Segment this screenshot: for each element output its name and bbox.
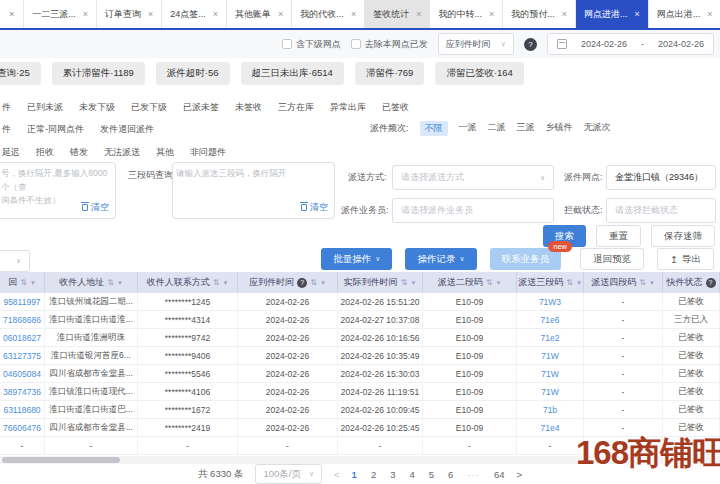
date-range-picker[interactable]: 2024-02-26 - 2024-02-26 — [547, 33, 714, 55]
tab-item-6[interactable]: 我的中转...× — [430, 0, 503, 28]
outlet-input[interactable]: 金堂淮口镇（29346） — [606, 165, 716, 190]
cell-link[interactable]: 95811997 — [0, 293, 45, 310]
filter-option[interactable]: 无法派送 — [104, 146, 140, 159]
tab-item-7[interactable]: 我的预付...× — [503, 0, 576, 28]
help-icon[interactable]: ? — [706, 278, 716, 288]
clear-segment-button[interactable]: 清空 — [301, 201, 328, 214]
checkbox-icon[interactable] — [351, 39, 361, 49]
save-filter-button[interactable]: 保存速筛 — [651, 225, 715, 247]
segment-code-textarea[interactable]: 请输入派送三段码，换行隔开 清空 — [172, 162, 335, 219]
batch-operations-button[interactable]: 批量操作 ∨ — [321, 248, 392, 270]
waybill-textarea[interactable]: 号，换行隔开,最多输入8000个（查 询条件不生效） 清空 — [0, 162, 116, 219]
export-button[interactable]: ↥ 导出 — [657, 248, 714, 270]
filter-option[interactable]: 已到未派 — [27, 101, 63, 114]
tab-item-9[interactable]: 网点出港...× — [649, 0, 720, 28]
cell-link[interactable]: 71e6 — [517, 311, 584, 328]
column-header[interactable]: 回⇅▼ — [0, 272, 45, 293]
filter-option[interactable]: 已签收 — [382, 101, 409, 114]
cell-link[interactable]: 71e4 — [517, 419, 584, 436]
tab-item-1[interactable]: 订单查询× — [97, 0, 162, 28]
stat-chip-3[interactable]: 超三日未出库·6514 — [241, 62, 344, 85]
sort-icon[interactable]: ⇅ — [213, 278, 220, 287]
filter-option[interactable]: 已发下级 — [131, 101, 167, 114]
left-mini-select[interactable]: ∨ — [0, 250, 30, 272]
filter-icon[interactable]: ▼ — [222, 280, 228, 286]
stat-chip-4[interactable]: 滞留件·769 — [355, 62, 425, 85]
filter-option[interactable]: 未发下级 — [79, 101, 115, 114]
tab-item-5[interactable]: 签收统计× — [365, 0, 430, 28]
sort-icon[interactable]: ⇅ — [566, 278, 573, 287]
filter-icon[interactable]: ▼ — [117, 280, 123, 286]
courier-select[interactable]: 请选择派件业务员 — [392, 198, 554, 223]
cell-link[interactable]: 63127375 — [0, 347, 45, 364]
close-icon[interactable]: × — [562, 9, 567, 19]
column-header[interactable]: 派送二段码⇅▼ — [423, 272, 517, 293]
close-icon[interactable]: × — [148, 9, 153, 19]
return-preview-button[interactable]: 退回预览 — [580, 248, 644, 270]
horizontal-scrollbar-thumb[interactable] — [2, 457, 120, 463]
filter-icon[interactable]: ▼ — [495, 280, 501, 286]
filter-icon[interactable]: ▼ — [410, 280, 416, 286]
filter-icon[interactable]: ▼ — [320, 280, 326, 286]
column-header[interactable]: 快件状态? — [663, 272, 720, 293]
column-header[interactable]: 派送四段码⇅▼ — [584, 272, 663, 293]
remove-sent-checkbox[interactable]: 去除本网点已发 — [351, 38, 428, 51]
filter-option[interactable]: 其他 — [156, 146, 174, 159]
frequency-option[interactable]: 不限 — [420, 121, 448, 136]
filter-option[interactable]: 异常出库 — [330, 101, 366, 114]
column-header[interactable]: 应到件时间?⇅▼ — [238, 272, 338, 293]
frequency-option[interactable]: 二派 — [488, 121, 506, 136]
tab-item-3[interactable]: 其他账单× — [227, 0, 292, 28]
clear-waybill-button[interactable]: 清空 — [82, 201, 109, 214]
filter-option[interactable]: 已派未签 — [183, 101, 219, 114]
filter-option[interactable]: 正常-同网点件 — [27, 123, 84, 136]
cell-link[interactable]: 71W — [517, 365, 584, 382]
close-icon[interactable]: × — [83, 9, 88, 19]
close-icon[interactable]: × — [416, 9, 421, 19]
contact-courier-button[interactable]: 联系业务员 new — [490, 248, 562, 270]
operation-record-button[interactable]: 操作记录 ∨ — [405, 248, 476, 270]
tab-item-2[interactable]: 24点签...× — [162, 0, 227, 28]
cell-link[interactable]: 71W3 — [517, 293, 584, 310]
close-icon[interactable]: × — [489, 9, 494, 19]
cell-link[interactable]: 71b — [517, 401, 584, 418]
time-type-select[interactable]: 应到件时间 ∨ — [438, 33, 514, 55]
column-header[interactable]: 派送三段码⇅▼ — [517, 272, 584, 293]
page-number[interactable]: 5 — [429, 469, 434, 480]
help-icon[interactable]: ? — [297, 278, 307, 288]
stat-chip-2[interactable]: 派件超时·56 — [156, 62, 230, 85]
stat-chip-5[interactable]: 滞留已签收·164 — [435, 62, 524, 85]
cell-link[interactable]: 04605084 — [0, 365, 45, 382]
cell-link[interactable]: 76606476 — [0, 419, 45, 436]
reset-button[interactable]: 重置 — [596, 225, 641, 247]
sort-icon[interactable]: ⇅ — [20, 278, 27, 287]
date-to[interactable]: 2024-02-26 — [658, 39, 704, 49]
filter-option[interactable]: 三方在库 — [278, 101, 314, 114]
filter-option[interactable]: 拒收 — [36, 146, 54, 159]
filter-option[interactable]: 未签收 — [235, 101, 262, 114]
page-number[interactable]: 4 — [409, 469, 414, 480]
close-icon[interactable]: × — [707, 9, 712, 19]
help-icon[interactable]: ? — [524, 38, 537, 51]
next-page-button[interactable]: > — [516, 469, 522, 480]
filter-option[interactable]: 非问题件 — [190, 146, 226, 159]
tab-item-8[interactable]: 网点进港...× — [576, 0, 649, 28]
filter-option[interactable]: 件 — [2, 123, 11, 136]
frequency-option[interactable]: 乡镇件 — [546, 121, 573, 136]
checkbox-icon[interactable] — [282, 39, 292, 49]
cell-link[interactable]: 71868686 — [0, 311, 45, 328]
intercept-select[interactable]: 请选择拦截状态 — [606, 198, 716, 223]
page-size-select[interactable]: 100条/页 ∨ — [255, 464, 322, 484]
filter-icon[interactable]: ▼ — [649, 280, 655, 286]
filter-icon[interactable]: ▼ — [576, 280, 582, 286]
prev-page-button[interactable]: < — [334, 469, 340, 480]
page-number[interactable]: 3 — [390, 469, 395, 480]
page-number[interactable]: 6 — [448, 469, 453, 480]
close-icon[interactable]: × — [278, 9, 283, 19]
stat-chip-1[interactable]: 累计滞留件·1189 — [52, 62, 145, 85]
filter-option[interactable]: 件 — [2, 101, 11, 114]
sort-icon[interactable]: ⇅ — [401, 278, 408, 287]
include-sub-outlets-checkbox[interactable]: 含下级网点 — [282, 38, 341, 51]
filter-option[interactable]: 发件退回派件 — [100, 123, 154, 136]
cell-link[interactable]: 71W — [517, 383, 584, 400]
